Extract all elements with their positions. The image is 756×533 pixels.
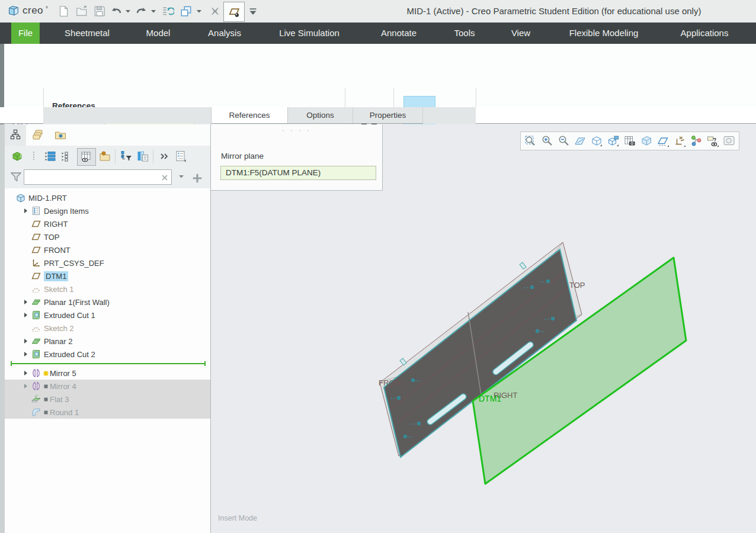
view-manager-icon[interactable] bbox=[622, 133, 638, 149]
tree-item-dtm1[interactable]: DTM1 bbox=[5, 269, 210, 282]
tree-items-icon[interactable] bbox=[60, 150, 73, 163]
insert-mode-separator[interactable] bbox=[6, 361, 209, 367]
tree-item-mirror-4[interactable]: Mirror 4 bbox=[5, 380, 210, 393]
ribbon-tab-applications[interactable]: Applications bbox=[674, 23, 736, 44]
ribbon-tab-sheetmetal[interactable]: Sheetmetal bbox=[57, 23, 117, 44]
tree-filter-icon[interactable] bbox=[120, 150, 133, 163]
expand-arrow-icon[interactable] bbox=[24, 313, 27, 317]
tree-item-prt-csys-def[interactable]: PRT_CSYS_DEF bbox=[5, 256, 210, 269]
dashboard-tab-properties[interactable]: Properties bbox=[353, 107, 423, 123]
tree-search-input[interactable] bbox=[24, 169, 172, 185]
zoom-out-icon[interactable] bbox=[556, 133, 571, 149]
active-tool-icon[interactable] bbox=[223, 2, 245, 22]
ribbon-tab-analysis[interactable]: Analysis bbox=[201, 23, 248, 44]
redo-dropdown-icon[interactable] bbox=[150, 9, 156, 13]
tree-options-icon[interactable] bbox=[174, 150, 187, 163]
spin-center-icon[interactable] bbox=[688, 133, 704, 149]
ribbon-tab-flexible-modeling[interactable]: Flexible Modeling bbox=[562, 23, 646, 44]
round-icon bbox=[31, 407, 41, 418]
mirror-plane-reference-field[interactable]: DTM1:F5(DATUM PLANE) bbox=[220, 166, 376, 180]
redo-icon[interactable] bbox=[135, 5, 148, 18]
tree-item-design-items[interactable]: Design Items bbox=[5, 204, 210, 217]
ribbon-tab-tools[interactable]: Tools bbox=[447, 23, 482, 44]
clear-search-icon[interactable] bbox=[161, 174, 169, 182]
expand-arrow-icon[interactable] bbox=[24, 352, 27, 357]
tree-item-sketch-1[interactable]: Sketch 1 bbox=[5, 282, 210, 296]
new-file-icon[interactable] bbox=[57, 5, 70, 18]
tree-item-extruded-cut-1[interactable]: Extruded Cut 1 bbox=[5, 309, 210, 322]
ribbon-tab-view[interactable]: View bbox=[504, 23, 537, 44]
column-display-icon[interactable] bbox=[77, 148, 96, 166]
tree-item-planar-1-first-wall-[interactable]: Planar 1(First Wall) bbox=[5, 296, 210, 309]
overflow-menu-icon[interactable] bbox=[246, 5, 260, 18]
close-window-icon[interactable] bbox=[209, 5, 222, 18]
part-icon bbox=[15, 192, 26, 203]
tree-item-extruded-cut-2[interactable]: Extruded Cut 2 bbox=[5, 348, 210, 361]
repaint-icon[interactable] bbox=[572, 133, 588, 149]
save-icon[interactable] bbox=[93, 5, 106, 18]
tree-search-field[interactable] bbox=[27, 171, 158, 184]
tree-item-round-1[interactable]: Round 1 bbox=[5, 406, 210, 419]
panel-drag-handle[interactable]: · · · · bbox=[282, 126, 311, 134]
favorites-tab-icon[interactable] bbox=[54, 129, 67, 142]
tree-item-mid-1-prt[interactable]: MID-1.PRT bbox=[5, 191, 210, 204]
dashboard-tab-filler bbox=[423, 107, 476, 124]
undo-icon[interactable] bbox=[110, 5, 123, 18]
expand-arrow-icon[interactable] bbox=[24, 208, 27, 213]
undo-dropdown-icon[interactable] bbox=[125, 9, 131, 13]
perspective-icon[interactable] bbox=[639, 133, 654, 149]
graphics-area[interactable]: TOP FRONT RIGHT DTM1 · · · · Mirror plan… bbox=[211, 124, 756, 533]
tree-item-sketch-2[interactable]: Sketch 2 bbox=[5, 322, 210, 335]
expand-arrow-icon[interactable] bbox=[24, 371, 27, 375]
insert-mode-indicator: Insert Mode bbox=[218, 514, 257, 522]
folder-browser-tab-icon[interactable] bbox=[31, 129, 44, 142]
expand-arrow-icon[interactable] bbox=[24, 339, 27, 343]
display-style-icon[interactable] bbox=[589, 133, 604, 149]
show-cube-icon[interactable] bbox=[11, 150, 24, 163]
arrow-spacer bbox=[24, 287, 27, 291]
window-display-icon[interactable] bbox=[180, 5, 193, 18]
expand-list-icon[interactable] bbox=[44, 150, 57, 163]
datum-display-icon[interactable] bbox=[655, 133, 671, 149]
search-dropdown-icon[interactable] bbox=[178, 175, 184, 178]
open-file-icon[interactable] bbox=[75, 5, 88, 18]
grip-dots-icon[interactable] bbox=[27, 150, 40, 163]
filter-funnel-icon[interactable] bbox=[9, 171, 23, 184]
dashboard-tab-references[interactable]: References bbox=[211, 107, 288, 123]
overflow-chevrons-icon[interactable] bbox=[158, 150, 171, 163]
planar-icon bbox=[31, 297, 41, 307]
tree-item-label: Extruded Cut 1 bbox=[44, 311, 95, 320]
dtm1-datum-label: DTM1 bbox=[479, 394, 501, 403]
tree-layout-icon[interactable] bbox=[136, 150, 149, 163]
model-tree-tab-icon[interactable] bbox=[9, 129, 23, 142]
show-annotations-icon[interactable] bbox=[705, 133, 720, 149]
zoom-in-icon[interactable] bbox=[539, 133, 555, 149]
window-display-dropdown-icon[interactable] bbox=[196, 9, 202, 13]
saved-orientations-icon[interactable] bbox=[606, 133, 621, 149]
zoom-refit-icon[interactable] bbox=[523, 133, 538, 149]
tree-item-flat-3[interactable]: Flat 3 bbox=[5, 393, 210, 406]
tree-item-front[interactable]: FRONT bbox=[5, 243, 210, 256]
ribbon-tab-model[interactable]: Model bbox=[139, 23, 178, 44]
expand-arrow-icon[interactable] bbox=[24, 384, 27, 388]
ribbon-tab-file[interactable]: File bbox=[11, 23, 40, 44]
annotation-display-icon[interactable] bbox=[672, 133, 687, 149]
mirror-icon bbox=[31, 368, 41, 378]
tree-item-right[interactable]: RIGHT bbox=[5, 217, 210, 230]
feature-folder-icon[interactable] bbox=[98, 150, 111, 163]
arrow-spacer bbox=[24, 221, 27, 226]
ribbon-tab-live-simulation[interactable]: Live Simulation bbox=[272, 23, 347, 44]
tree-item-top[interactable]: TOP bbox=[5, 230, 210, 243]
regenerate-icon[interactable] bbox=[161, 5, 174, 18]
add-filter-icon[interactable] bbox=[191, 172, 204, 185]
arrow-spacer bbox=[24, 274, 27, 278]
clipped-icon[interactable] bbox=[722, 133, 737, 149]
tree-item-label: TOP bbox=[44, 233, 60, 242]
dashboard-tab-options[interactable]: Options bbox=[288, 107, 353, 123]
arrow-spacer bbox=[24, 235, 27, 239]
expand-arrow-icon[interactable] bbox=[24, 300, 27, 304]
tree-item-mirror-5[interactable]: Mirror 5 bbox=[5, 367, 210, 380]
ribbon-tab-annotate[interactable]: Annotate bbox=[374, 23, 424, 44]
references-panel-title: Mirror plane bbox=[221, 152, 264, 160]
tree-item-planar-2[interactable]: Planar 2 bbox=[5, 335, 210, 348]
